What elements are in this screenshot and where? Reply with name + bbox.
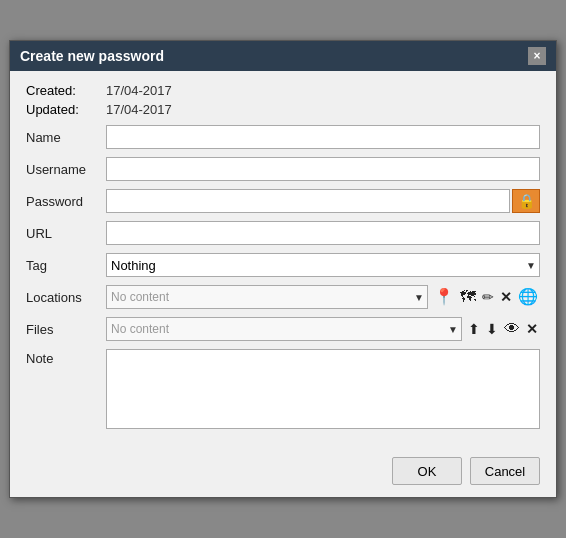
password-label: Password — [26, 194, 106, 209]
file-view-icon[interactable]: 👁 — [502, 319, 522, 339]
password-row: Password 🔒 — [26, 189, 540, 213]
updated-row: Updated: 17/04-2017 — [26, 102, 540, 117]
create-password-dialog: Create new password × Created: 17/04-201… — [9, 40, 557, 498]
name-row: Name — [26, 125, 540, 149]
note-row: Note — [26, 349, 540, 429]
files-select-wrap: No content ▼ — [106, 317, 462, 341]
name-label: Name — [26, 130, 106, 145]
tag-label: Tag — [26, 258, 106, 273]
locations-select-wrap: No content ▼ — [106, 285, 428, 309]
location-remove-icon[interactable]: ✕ — [498, 288, 514, 306]
locations-select[interactable]: No content — [106, 285, 428, 309]
dialog-body: Created: 17/04-2017 Updated: 17/04-2017 … — [10, 71, 556, 449]
dialog-footer: OK Cancel — [10, 449, 556, 497]
locations-row: Locations No content ▼ 📍 🗺 ✏ ✕ 🌐 — [26, 285, 540, 309]
files-label: Files — [26, 322, 106, 337]
created-row: Created: 17/04-2017 — [26, 83, 540, 98]
ok-button[interactable]: OK — [392, 457, 462, 485]
url-label: URL — [26, 226, 106, 241]
username-input[interactable] — [106, 157, 540, 181]
created-label: Created: — [26, 83, 106, 98]
locations-label: Locations — [26, 290, 106, 305]
location-map-icon[interactable]: 🗺 — [458, 287, 478, 307]
file-remove-icon[interactable]: ✕ — [524, 320, 540, 338]
url-input[interactable] — [106, 221, 540, 245]
location-edit-icon[interactable]: ✏ — [480, 288, 496, 306]
url-row: URL — [26, 221, 540, 245]
name-input[interactable] — [106, 125, 540, 149]
files-row: Files No content ▼ ⬆ ⬇ 👁 ✕ — [26, 317, 540, 341]
cancel-button[interactable]: Cancel — [470, 457, 540, 485]
location-pin-icon[interactable]: 📍 — [432, 287, 456, 307]
file-download-icon[interactable]: ⬇ — [484, 320, 500, 338]
dialog-title: Create new password — [20, 48, 164, 64]
password-wrapper: 🔒 — [106, 189, 540, 213]
created-value: 17/04-2017 — [106, 83, 172, 98]
lock-icon[interactable]: 🔒 — [512, 189, 540, 213]
files-select[interactable]: No content — [106, 317, 462, 341]
close-button[interactable]: × — [528, 47, 546, 65]
location-globe-icon[interactable]: 🌐 — [516, 287, 540, 307]
updated-label: Updated: — [26, 102, 106, 117]
file-upload-icon[interactable]: ⬆ — [466, 320, 482, 338]
title-bar: Create new password × — [10, 41, 556, 71]
updated-value: 17/04-2017 — [106, 102, 172, 117]
username-label: Username — [26, 162, 106, 177]
locations-icon-bar: 📍 🗺 ✏ ✕ 🌐 — [432, 287, 540, 307]
tag-select-wrapper: Nothing ▼ — [106, 253, 540, 277]
tag-row: Tag Nothing ▼ — [26, 253, 540, 277]
locations-controls: No content ▼ 📍 🗺 ✏ ✕ 🌐 — [106, 285, 540, 309]
files-controls: No content ▼ ⬆ ⬇ 👁 ✕ — [106, 317, 540, 341]
tag-select[interactable]: Nothing — [106, 253, 540, 277]
files-icon-bar: ⬆ ⬇ 👁 ✕ — [466, 319, 540, 339]
note-textarea[interactable] — [106, 349, 540, 429]
note-label: Note — [26, 349, 106, 366]
username-row: Username — [26, 157, 540, 181]
password-input[interactable] — [106, 189, 510, 213]
